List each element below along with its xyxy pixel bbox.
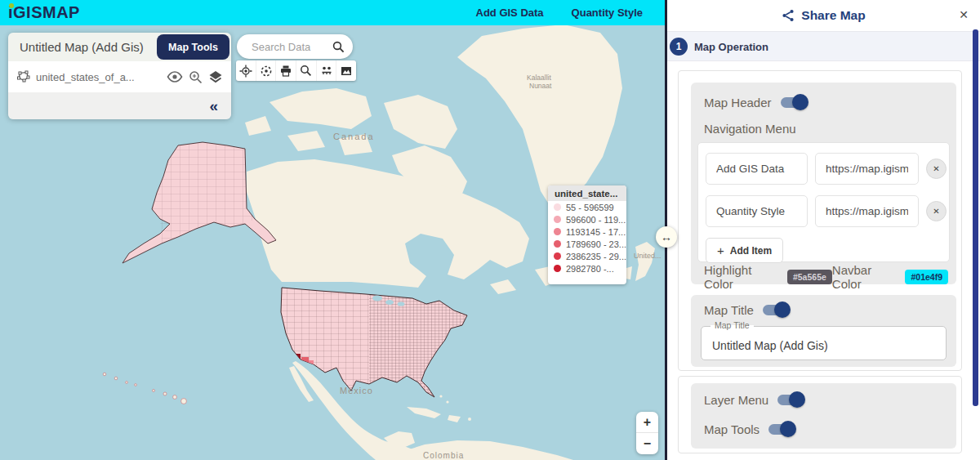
print-icon[interactable] — [276, 60, 296, 81]
legend-swatch — [554, 252, 561, 260]
map-label-colombia: Colombia — [423, 451, 464, 460]
nav-item-add-gis-data[interactable]: Add GIS Data — [476, 7, 544, 19]
visibility-eye-icon[interactable] — [167, 71, 183, 83]
map-legend[interactable]: united_state... 55 - 596599 596600 - 119… — [548, 185, 626, 284]
search-input[interactable] — [237, 41, 322, 53]
nav-items-card: ✕ ✕ + Add Item — [697, 142, 950, 262]
map-label-greenland-1: Kalaallit — [527, 74, 551, 82]
nav-item-row: ✕ — [706, 195, 942, 227]
step-header: 1 Map Operation — [667, 31, 980, 61]
nav-item-label-input[interactable] — [706, 195, 808, 227]
share-icon — [782, 9, 795, 22]
panel-resize-handle[interactable]: ↔ — [656, 226, 677, 248]
map-header-toggle[interactable] — [781, 97, 806, 108]
legend-item: 55 - 596599 — [548, 201, 626, 213]
legend-swatch — [554, 216, 561, 223]
add-item-button[interactable]: + Add Item — [706, 238, 783, 263]
legend-item: 1789690 - 23... — [548, 238, 626, 250]
map-header-label: Map Header — [704, 96, 772, 109]
close-icon[interactable]: ✕ — [959, 8, 969, 21]
center-focus-icon[interactable] — [256, 60, 277, 81]
layer-row[interactable]: united_states_of_a... — [8, 61, 231, 92]
zoom-out-button[interactable]: − — [636, 433, 658, 454]
logo-pin-icon — [9, 3, 14, 8]
legend-swatch — [554, 203, 561, 211]
remove-nav-item-icon[interactable]: ✕ — [926, 201, 947, 221]
search-box — [237, 34, 353, 59]
map-title-toggle-label: Map Title — [704, 303, 754, 317]
step-title: Map Operation — [694, 41, 768, 53]
toggles-card: Layer Menu Map Tools — [678, 376, 962, 453]
map-label-greenland-2: Nunaat — [529, 82, 552, 90]
map-operation-card: Map Header Navigation Menu ✕ ✕ — [678, 70, 962, 371]
map-title-field: Map Title — [701, 326, 947, 360]
share-map-panel: Share Map ✕ 1 Map Operation Map Header N… — [667, 0, 980, 460]
step-number-badge: 1 — [670, 38, 688, 56]
map-label-canada: Canada — [333, 132, 375, 141]
search-icon[interactable] — [332, 41, 345, 53]
map-tools-toggle[interactable] — [768, 424, 794, 435]
layers-panel-header: Untitled Map (Add Gis) Map Tools — [8, 33, 231, 61]
nav-item-label-input[interactable] — [706, 153, 808, 185]
share-panel-header: Share Map — [667, 0, 980, 31]
polygon-icon — [16, 70, 30, 83]
toggles-section: Layer Menu Map Tools — [691, 383, 956, 449]
layer-menu-label: Layer Menu — [704, 393, 768, 407]
nav-item-url-input[interactable] — [815, 195, 919, 227]
navbar-color-chip[interactable]: #01e4f9 — [905, 270, 948, 284]
legend-swatch — [554, 228, 561, 235]
layers-style-icon[interactable] — [208, 70, 223, 84]
layer-menu-toggle[interactable] — [777, 395, 803, 405]
nav-item-url-input[interactable] — [815, 153, 919, 185]
layer-name: united_states_of_a... — [36, 71, 161, 83]
top-navbar: iGISMAP Add GIS Data Quantity Style — [0, 0, 666, 25]
nav-item-row: ✕ — [706, 153, 942, 185]
map-toolbar — [236, 60, 356, 81]
layers-panel: Untitled Map (Add Gis) Map Tools united_… — [8, 33, 231, 119]
legend-title: united_state... — [548, 185, 626, 201]
map-label-uk: United... — [634, 252, 662, 260]
legend-item: 2982780 -... — [548, 262, 626, 275]
share-panel-title: Share Map — [801, 8, 865, 23]
map-title-text: Untitled Map (Add Gis) — [8, 40, 157, 54]
zoom-control: + − — [636, 412, 658, 454]
map-region: Canada Kalaallit Nunaat México United...… — [0, 0, 666, 460]
colors-row: Highlight Color #5a565e Navbar Color #01… — [704, 263, 948, 291]
navbar-color-label: Navbar Color — [832, 263, 899, 291]
nav-item-quantity-style[interactable]: Quantity Style — [572, 7, 643, 19]
remove-nav-item-icon[interactable]: ✕ — [926, 159, 947, 179]
zoom-to-layer-icon[interactable] — [189, 70, 203, 84]
map-label-mexico: México — [340, 386, 373, 395]
highlight-color-chip[interactable]: #5a565e — [787, 270, 832, 284]
legend-swatch — [554, 265, 561, 272]
logo-text: iGISMAP — [8, 3, 80, 21]
plus-icon: + — [717, 243, 724, 257]
search-map-icon[interactable] — [296, 60, 317, 81]
layers-panel-footer: « — [8, 92, 231, 119]
export-image-icon[interactable] — [336, 60, 356, 81]
my-location-icon[interactable] — [236, 60, 256, 81]
navigation-menu-label: Navigation Menu — [704, 122, 796, 136]
map-title-input[interactable] — [702, 327, 946, 360]
header-nav-section: Map Header Navigation Menu ✕ ✕ — [691, 83, 956, 284]
map-tools-toggle-label: Map Tools — [704, 422, 760, 436]
legend-swatch — [554, 240, 561, 248]
legend-item: 596600 - 119... — [548, 213, 626, 226]
legend-item: 2386235 - 29... — [548, 250, 626, 262]
map-tools-button[interactable]: Map Tools — [157, 34, 229, 60]
highlight-color-label: Highlight Color — [704, 263, 781, 291]
zoom-in-button[interactable]: + — [636, 412, 658, 433]
map-title-field-label: Map Title — [710, 320, 754, 330]
collapse-panel-chevrons[interactable]: « — [209, 98, 218, 114]
map-title-toggle[interactable] — [763, 305, 788, 315]
legend-item: 1193145 - 17... — [548, 226, 626, 238]
map-title-section: Map Title Map Title — [691, 295, 956, 367]
panel-scrollbar[interactable] — [973, 29, 978, 406]
igismap-logo[interactable]: iGISMAP — [8, 3, 80, 22]
igismap-app: Canada Kalaallit Nunaat México United...… — [0, 0, 980, 460]
measure-icon[interactable] — [317, 60, 337, 81]
